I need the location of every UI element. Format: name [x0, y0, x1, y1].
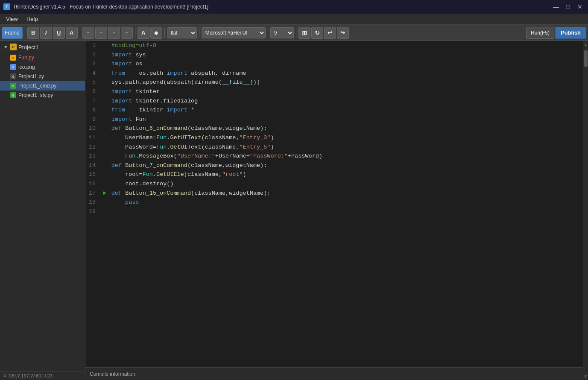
- line-num-14: 14: [85, 161, 101, 170]
- table-row: 4 from os.path import abspath, dirname: [85, 69, 583, 78]
- line-content-2: import sys: [108, 50, 583, 60]
- italic-button[interactable]: I: [40, 27, 52, 39]
- table-row: 9 import Fun: [85, 115, 583, 124]
- relief-select[interactable]: flat raised sunken groove ridge: [167, 27, 197, 38]
- underline-button[interactable]: U: [53, 27, 65, 39]
- line-num-7: 7: [85, 96, 101, 106]
- line-arrow-8: [101, 105, 108, 115]
- line-content-4: from os.path import abspath, dirname: [108, 69, 583, 78]
- align-right-button[interactable]: ≡: [108, 27, 120, 39]
- line-num-10: 10: [85, 124, 101, 133]
- line-arrow-11: [101, 133, 108, 143]
- line-arrow-12: [101, 143, 108, 152]
- file-icon-icopng: €: [10, 64, 16, 70]
- tree-expand-icon: ▼: [3, 44, 8, 50]
- line-content-11: UserName=Fun.GetUIText(className,"Entry_…: [108, 133, 583, 143]
- table-row: 3 import os: [85, 59, 583, 69]
- table-row: 1 #coding=utf-8: [85, 41, 583, 50]
- font-select[interactable]: Microsoft YaHei UI Arial Consolas: [202, 27, 266, 38]
- file-icon-project1py: €: [10, 73, 16, 79]
- file-item-project1cmdpy[interactable]: € Project1_cmd.py: [0, 81, 85, 91]
- line-num-1: 1: [85, 41, 101, 50]
- line-content-16: root.destroy(): [108, 179, 583, 189]
- text-color-button[interactable]: A: [66, 27, 78, 39]
- file-name-funpy: Fun.py: [18, 55, 34, 61]
- line-num-3: 3: [85, 59, 101, 69]
- line-content-10: def Button_6_onCommand(className,widgetN…: [108, 124, 583, 133]
- line-content-15: root=Fun.GetUIEle(className,"root"): [108, 170, 583, 179]
- line-content-18: pass: [108, 198, 583, 207]
- line-arrow-15: [101, 170, 108, 179]
- run-button[interactable]: Run(F5): [526, 27, 554, 39]
- line-num-15: 15: [85, 170, 101, 179]
- table-row: 13 Fun.MessageBox("UserName:"+UserName+"…: [85, 152, 583, 161]
- file-item-funpy[interactable]: € Fun.py: [0, 53, 85, 62]
- code-editor[interactable]: 1 #coding=utf-8 2 import sys 3 impo: [85, 41, 583, 367]
- toolbar-separator-2: [80, 28, 80, 38]
- line-content-9: import Fun: [108, 115, 583, 124]
- sidebar-status: X:199,Y:197,W:60,H:23: [0, 371, 85, 380]
- table-row: 8 from tkinter import *: [85, 105, 583, 115]
- table-row: 14 def Button_7_onCommand(className,widg…: [85, 161, 583, 170]
- scroll-down-arrow[interactable]: ▼: [584, 373, 588, 380]
- menu-view[interactable]: View: [2, 15, 22, 23]
- font-size-select[interactable]: 9 8 10 11 12: [270, 27, 294, 38]
- align-left-button[interactable]: ≡: [82, 27, 94, 39]
- line-num-4: 4: [85, 69, 101, 78]
- scroll-thumb[interactable]: [584, 50, 588, 67]
- scroll-track[interactable]: ▲ ▼: [583, 41, 588, 380]
- text-style-button[interactable]: A: [137, 27, 149, 39]
- line-num-17: 17: [85, 189, 101, 198]
- table-row: 12 PassWord=Fun.GetUIText(className,"Ent…: [85, 143, 583, 152]
- file-item-project1py[interactable]: € Project1.py: [0, 72, 85, 81]
- line-arrow-5: [101, 78, 108, 87]
- refresh-button[interactable]: ↻: [311, 27, 323, 39]
- line-num-11: 11: [85, 133, 101, 143]
- line-content-8: from tkinter import *: [108, 105, 583, 115]
- scroll-up-arrow[interactable]: ▲: [584, 41, 588, 48]
- line-content-19: [108, 207, 583, 216]
- line-arrow-18: [101, 198, 108, 207]
- line-arrow-13: [101, 152, 108, 161]
- line-arrow-10: [101, 124, 108, 133]
- menu-bar: View Help: [0, 14, 588, 25]
- line-num-5: 5: [85, 78, 101, 87]
- table-row: 11 UserName=Fun.GetUIText(className,"Ent…: [85, 133, 583, 143]
- compile-bar: Compile information.: [85, 367, 583, 380]
- code-table: 1 #coding=utf-8 2 import sys 3 impo: [85, 41, 583, 216]
- align-center-button[interactable]: ≡: [95, 27, 107, 39]
- line-num-2: 2: [85, 50, 101, 60]
- menu-help[interactable]: Help: [22, 15, 42, 23]
- toolbar-separator-3: [135, 28, 135, 38]
- paint-button[interactable]: ◆: [150, 27, 162, 39]
- redo-button[interactable]: ↪: [337, 27, 349, 39]
- minimize-button[interactable]: —: [551, 2, 561, 12]
- line-content-7: import tkinter.filedialog: [108, 96, 583, 106]
- undo-button[interactable]: ↩: [324, 27, 336, 39]
- project-icon: P: [10, 44, 17, 50]
- project-name: Project1: [18, 44, 39, 50]
- frame-button[interactable]: Frame: [2, 27, 23, 39]
- table-row: 19: [85, 207, 583, 216]
- table-row: 18 pass: [85, 198, 583, 207]
- line-content-3: import os: [108, 59, 583, 69]
- file-name-project1py: Project1.py: [18, 73, 44, 79]
- bold-button[interactable]: B: [27, 27, 39, 39]
- table-row: 15 root=Fun.GetUIEle(className,"root"): [85, 170, 583, 179]
- app-icon: T: [3, 3, 10, 10]
- line-num-18: 18: [85, 198, 101, 207]
- table-row: 5 sys.path.append(abspath(dirname(__file…: [85, 78, 583, 87]
- line-content-6: import tkinter: [108, 87, 583, 96]
- file-item-project1stypy[interactable]: € Project1_sty.py: [0, 91, 85, 100]
- align-justify-button[interactable]: ≡: [121, 27, 133, 39]
- file-item-icopng[interactable]: € ico.png: [0, 62, 85, 72]
- grid-button[interactable]: ⊞: [298, 27, 310, 39]
- line-num-6: 6: [85, 87, 101, 96]
- line-content-17: def Button_15_onCommand(className,widget…: [108, 189, 583, 198]
- file-name-icopng: ico.png: [18, 64, 35, 70]
- close-button[interactable]: ✕: [575, 2, 585, 12]
- maximize-button[interactable]: □: [563, 2, 573, 12]
- project-header[interactable]: ▼ P Project1: [0, 41, 85, 53]
- publish-button[interactable]: Publish: [555, 27, 586, 39]
- table-row: 10 def Button_6_onCommand(className,widg…: [85, 124, 583, 133]
